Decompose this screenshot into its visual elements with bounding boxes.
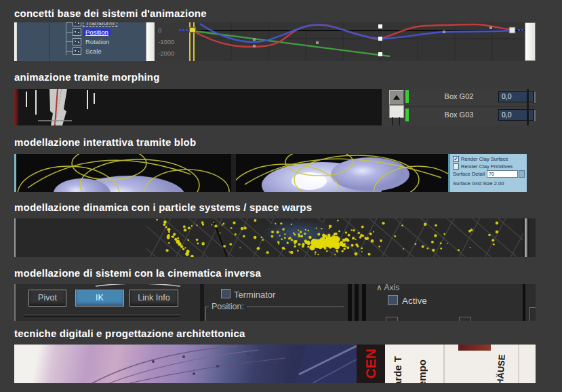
scale-track-icon: [73, 47, 81, 55]
particle-field: [14, 218, 536, 257]
transform-track-icon: [73, 22, 81, 26]
surface-detail-row: Surface Detail 70: [450, 170, 527, 178]
spine-shadow: [518, 345, 519, 383]
channel-spinner[interactable]: [534, 91, 536, 104]
tree-scrollbar[interactable]: [146, 22, 155, 61]
architecture-photo-strip: CEN arde T empo HÄUSE: [14, 345, 536, 383]
axis-value-2000: -2000: [158, 47, 193, 59]
key-dots-left: [179, 29, 188, 31]
active-label: Active: [402, 296, 427, 306]
section-heading-morphing: animazione tramite morphing: [14, 71, 160, 83]
axis-value-1000: -1000: [158, 36, 193, 47]
tree-item-transform[interactable]: Transform: [60, 22, 146, 27]
morphing-screenshot-strip: Box G02 0,0 Box G03 0,0: [14, 89, 536, 125]
render-clay-surface-row: ✓ Render Clay Surface: [450, 155, 527, 163]
morph-envelope-canvas: [14, 89, 380, 125]
scroll-up-button[interactable]: [389, 90, 404, 105]
terminator-checkbox[interactable]: [221, 289, 230, 298]
partial-checkbox: [459, 317, 471, 321]
divider-bar: [523, 284, 525, 321]
spine-text: empo: [416, 345, 428, 383]
section-heading-particles: modellazione dinamica con i particle sys…: [14, 201, 312, 213]
panel-end-divider: [527, 89, 529, 125]
curve-editor-scrollbar[interactable]: [525, 22, 536, 61]
blob-screenshot-strip: ✓ Render Clay Surface Render Clay Primit…: [14, 154, 527, 192]
panel-divider: [49, 22, 50, 61]
slider-groove[interactable]: [24, 315, 180, 317]
page: concetti base dei sistemi d'animazione: [0, 0, 562, 392]
surface-grid-row: Surface Grid Size 2.00: [450, 180, 527, 187]
position-label: Position:: [209, 302, 247, 311]
divider-bar: [348, 284, 352, 321]
channel-active-bar: [405, 109, 409, 121]
book-spine-red-title: CEN: [357, 345, 385, 383]
axis-header[interactable]: ∧ Axis: [376, 284, 399, 292]
surface-grid-label: Surface Grid Size 2.00: [453, 180, 504, 187]
morph-channel-row: Box G03 0,0: [404, 108, 536, 123]
section-heading-animation-concepts: concetti base dei sistemi d'animazione: [14, 7, 207, 19]
checkbox-checked[interactable]: ✓: [453, 156, 459, 162]
tree-item-scale[interactable]: Scale: [60, 46, 146, 56]
viewport-left-edge: [14, 218, 16, 257]
book-spines: CEN arde T empo HÄUSE: [357, 345, 536, 383]
render-clay-primitives-row: Render Clay Primitives: [450, 163, 527, 170]
channel-active-bar: [405, 90, 409, 103]
trackview-tree-panel: Transform Position Rotation Scale: [17, 22, 146, 61]
render-clay-surface-label: Render Clay Surface: [461, 156, 508, 162]
metaball-options-panel: ✓ Render Clay Surface Render Clay Primit…: [448, 154, 527, 192]
photo-fragment-red: [458, 345, 491, 351]
particles-screenshot-strip: [14, 218, 536, 257]
tree-item-position[interactable]: Position: [60, 27, 146, 37]
pivot-button[interactable]: Pivot: [28, 290, 66, 307]
section-heading-ik: modellazione di sistemi con la cinematic…: [14, 267, 261, 279]
surface-detail-spinner[interactable]: [519, 170, 525, 178]
row-separator: [404, 106, 536, 106]
section-heading-architecture: tecniche digitali e progettazione archit…: [14, 328, 245, 339]
divider-bar: [355, 284, 359, 321]
channel-name: Box G02: [431, 92, 487, 100]
spine-text: HÄUSE: [495, 345, 508, 383]
morpher-panel: Box G02 0,0 Box G03 0,0: [380, 89, 536, 125]
rollout-arc: [96, 284, 180, 286]
section-heading-blob: modellazione interattiva tramite blob: [14, 136, 196, 148]
end-keyframe-box[interactable]: [509, 27, 515, 33]
scroll-track: [392, 117, 393, 125]
ik-button[interactable]: IK: [75, 290, 124, 307]
spine-shadow: [443, 345, 445, 383]
partial-checkbox: [386, 317, 398, 321]
photo-detail-overlay: [14, 345, 357, 383]
axis-value-0: 0: [158, 24, 193, 36]
surface-detail-label: Surface Detail: [453, 171, 485, 177]
surface-detail-field[interactable]: 70: [487, 170, 518, 178]
channel-name: Box G03: [431, 111, 487, 119]
divider-bar: [362, 284, 366, 321]
channel-spinner[interactable]: [534, 109, 536, 122]
link-info-button[interactable]: Link Info: [129, 290, 178, 307]
book-spine-haeuser: HÄUSE: [489, 345, 517, 383]
morph-channel-row: Box G02 0,0: [404, 90, 536, 104]
value-axis: 0 -1000 -2000: [155, 22, 193, 61]
spine-text: arde T: [392, 345, 403, 383]
position-track-icon: [73, 28, 81, 36]
book-spine-avanguarde: arde T empo: [386, 345, 445, 383]
scroll-thumb[interactable]: [389, 105, 404, 118]
checkbox-unchecked[interactable]: [453, 163, 459, 170]
time-slider[interactable]: [189, 22, 195, 61]
viewport-right-scrollbar[interactable]: [523, 218, 529, 257]
tree-item-rotation[interactable]: Rotation: [60, 37, 146, 46]
active-checkbox[interactable]: [388, 295, 398, 305]
viewport-left-edge: [14, 154, 16, 192]
spine-text: CEN: [363, 349, 379, 378]
panel-separator: [200, 284, 204, 321]
partial-frame: [529, 307, 536, 321]
rotation-track-icon: [73, 38, 81, 45]
terminator-label: Terminator: [234, 290, 275, 300]
trackview-screenshot-strip: Transform Position Rotation Scale 0 -100: [14, 22, 536, 61]
ik-screenshot-strip: Pivot IK Link Info Terminator Position: …: [14, 284, 536, 321]
render-clay-primitives-label: Render Clay Primitives: [461, 163, 513, 170]
